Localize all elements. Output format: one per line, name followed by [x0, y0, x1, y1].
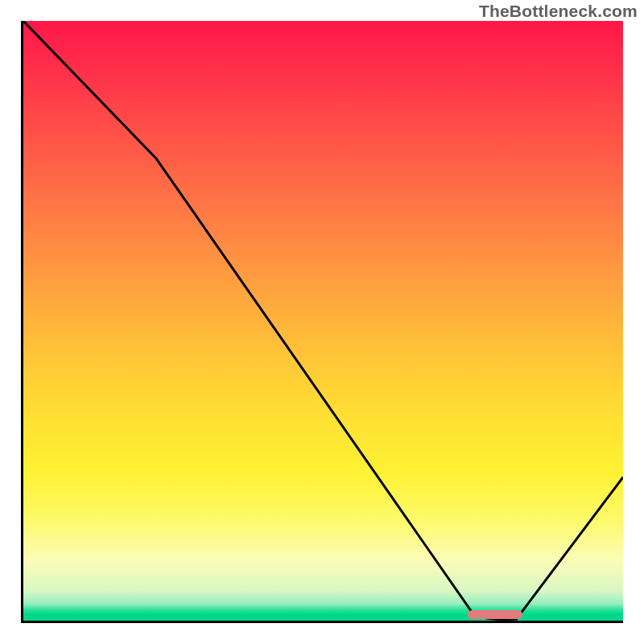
- optimal-range-marker: [468, 610, 522, 619]
- curve-path: [23, 21, 623, 619]
- bottleneck-curve: [23, 21, 623, 621]
- watermark-text: TheBottleneck.com: [479, 2, 638, 21]
- plot-area: [21, 21, 623, 623]
